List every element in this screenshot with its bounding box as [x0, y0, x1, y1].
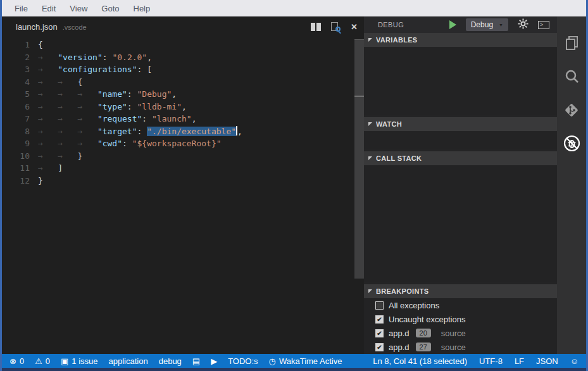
line-number[interactable]: 1 [2, 39, 30, 51]
code-token: { [78, 77, 83, 87]
code-line[interactable]: 4→→{ [2, 76, 364, 89]
line-number[interactable]: 4 [2, 76, 30, 89]
status-item-application[interactable]: application [109, 356, 148, 366]
debug-panel-title: DEBUG [378, 21, 404, 28]
code-line[interactable]: 12} [2, 175, 364, 187]
menu-item-help[interactable]: Help [127, 1, 158, 16]
menu-item-file[interactable]: File [8, 1, 35, 16]
configure-gear-icon[interactable] [518, 18, 529, 32]
code-line[interactable]: 2→"version": "0.2.0", [2, 51, 364, 64]
code-line[interactable]: 5→→→"name": "Debug", [2, 88, 364, 101]
code-line[interactable]: 11→] [2, 162, 364, 175]
line-number[interactable]: 8 [2, 125, 30, 138]
code-line[interactable]: 6→→→"type": "lldb-mi", [2, 101, 364, 113]
status-item-debug[interactable]: debug [159, 356, 182, 366]
menu-item-view[interactable]: View [63, 1, 94, 16]
breakpoints-header[interactable]: BREAKPOINTS [364, 284, 557, 298]
status-item-utf-8[interactable]: UTF-8 [479, 356, 503, 366]
code-text: →→→"target": "./bin/executable", [38, 125, 242, 138]
menu-item-goto[interactable]: Goto [94, 1, 126, 16]
status-item-wakatime-active[interactable]: ◷WakaTime Active [269, 356, 342, 366]
scrollbar-thumb[interactable] [354, 39, 364, 279]
start-debug-icon[interactable] [449, 20, 456, 29]
editor-scrollbar[interactable] [354, 38, 364, 354]
status-item-file[interactable]: ▤ [192, 357, 200, 365]
variables-section: VARIABLES [364, 33, 557, 115]
code-token: , [147, 53, 152, 62]
status-item-lf[interactable]: LF [515, 356, 524, 366]
breakpoint-checkbox[interactable]: ✔ [375, 329, 384, 337]
variables-header[interactable]: VARIABLES [364, 33, 557, 47]
status-item-smiley[interactable]: ☺ [570, 357, 579, 365]
search-in-file-icon[interactable] [331, 22, 341, 32]
code-text: →] [38, 162, 63, 175]
tab-whitespace-icon: → [38, 150, 58, 163]
line-number[interactable]: 5 [2, 88, 30, 101]
breakpoint-row[interactable]: ✔Uncaught exceptions [364, 312, 557, 326]
breakpoint-row[interactable]: ✔app.d20source [364, 326, 557, 340]
tab-whitespace-icon: → [58, 76, 77, 89]
line-number[interactable]: 12 [2, 175, 30, 187]
line-number[interactable]: 9 [2, 137, 30, 150]
tab-whitespace-icon: → [78, 125, 97, 138]
code-token: "name" [97, 89, 127, 99]
line-number[interactable]: 2 [2, 51, 30, 64]
status-label: UTF-8 [479, 356, 503, 366]
breakpoint-label: app.d [389, 343, 410, 352]
status-item-json[interactable]: JSON [536, 356, 558, 366]
play-icon: ▶ [211, 357, 217, 365]
breakpoint-checkbox[interactable]: ✔ [375, 315, 384, 324]
code-token: } [38, 176, 43, 186]
code-line[interactable]: 9→→→"cwd": "${workspaceRoot}" [2, 137, 364, 150]
code-text: { [38, 39, 43, 51]
code-line[interactable]: 3→"configurations": [ [2, 63, 364, 76]
git-icon[interactable] [563, 101, 580, 118]
code-token: : [ [137, 65, 152, 74]
code-token: : [122, 139, 132, 148]
editor-actions: ✕ [311, 22, 358, 32]
call-stack-header[interactable]: CALL STACK [364, 151, 557, 165]
line-number[interactable]: 10 [2, 150, 30, 163]
code-line[interactable]: 1{ [2, 39, 364, 51]
code-token: , [182, 102, 187, 111]
tab-whitespace-icon: → [58, 150, 77, 163]
tab-whitespace-icon: → [38, 63, 58, 76]
code-line[interactable]: 10→→} [2, 150, 364, 163]
watch-header[interactable]: WATCH [364, 117, 557, 131]
status-item-0[interactable]: ⊗0 [9, 356, 24, 366]
watch-title: WATCH [376, 120, 402, 128]
breakpoint-row[interactable]: All exceptions [364, 298, 557, 312]
line-number[interactable]: 7 [2, 113, 30, 125]
menu-item-edit[interactable]: Edit [35, 1, 63, 16]
status-item-play[interactable]: ▶ [211, 357, 217, 365]
code-text: } [38, 175, 43, 187]
code-editor[interactable]: 1{2→"version": "0.2.0",3→"configurations… [2, 37, 364, 354]
code-text: →→→"cwd": "${workspaceRoot}" [38, 137, 222, 150]
debug-console-icon[interactable]: > [538, 21, 549, 29]
code-text: →"version": "0.2.0", [38, 51, 152, 64]
line-number[interactable]: 6 [2, 101, 30, 113]
explorer-icon[interactable] [563, 34, 580, 51]
status-item-0[interactable]: ⚠0 [35, 356, 50, 366]
status-item-ln-8-col-41-18-selected[interactable]: Ln 8, Col 41 (18 selected) [373, 356, 467, 366]
close-editor-icon[interactable]: ✕ [351, 22, 358, 32]
status-item-todo-s[interactable]: TODO:s [228, 356, 258, 366]
breakpoint-label: app.d [389, 329, 410, 338]
breakpoints-section: BREAKPOINTS All exceptions✔Uncaught exce… [364, 284, 557, 354]
line-number[interactable]: 3 [2, 63, 30, 76]
selected-text: "./bin/executable" [147, 127, 236, 136]
code-token: "configurations" [58, 65, 137, 74]
code-line[interactable]: 7→→→"request": "launch", [2, 113, 364, 125]
debug-icon[interactable] [563, 135, 580, 152]
code-text: →→→"request": "launch", [38, 113, 196, 125]
breakpoint-checkbox[interactable] [375, 301, 384, 310]
status-item-1-issue[interactable]: ▣1 issue [61, 356, 98, 366]
breakpoint-row[interactable]: ✔app.d27source [364, 340, 557, 354]
line-number[interactable]: 11 [2, 162, 30, 175]
split-editor-icon[interactable] [311, 23, 321, 31]
code-line[interactable]: 8→→→"target": "./bin/executable", [2, 125, 364, 138]
tab-launch-json[interactable]: launch.json [16, 22, 58, 32]
breakpoint-checkbox[interactable]: ✔ [375, 343, 384, 351]
debug-config-dropdown[interactable]: Debug ▼ [466, 18, 508, 31]
search-icon[interactable] [563, 68, 580, 85]
